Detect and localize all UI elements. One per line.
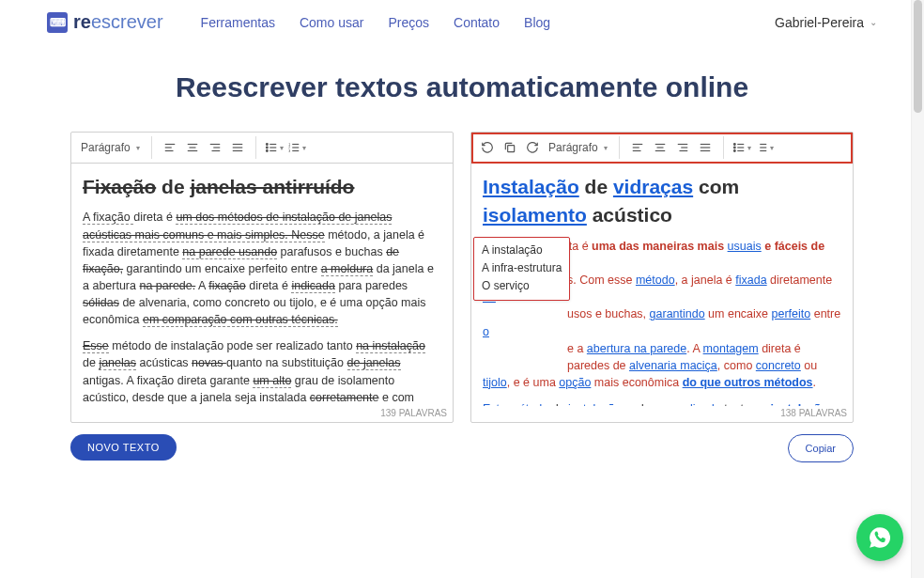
suggestion-item[interactable]: A instalação [482,242,562,259]
align-justify-icon[interactable] [227,137,248,158]
refresh-icon[interactable] [522,137,543,158]
left-para-2: Esse método de instalação pode ser reali… [83,337,441,406]
left-word-count: 139 PALAVRAS [71,406,453,422]
left-heading: Fixação de janelas antirruído [83,173,441,201]
align-center-icon[interactable] [650,137,670,158]
novo-texto-button[interactable]: NOVO TEXTO [70,434,177,461]
toolbar-separator [255,136,256,159]
logo[interactable]: ⌨ reescrever [47,11,163,33]
left-toolbar: Parágrafo▾ ▾ 123▾ [71,133,453,164]
chevron-down-icon: ▾ [280,144,284,152]
toolbar-separator [619,136,620,159]
align-left-icon[interactable] [160,137,180,158]
chevron-down-icon: ▾ [136,144,140,152]
whatsapp-icon [868,525,892,550]
svg-point-37 [733,144,735,146]
top-navigation: ⌨ reescrever Ferramentas Como usar Preço… [0,0,924,45]
user-menu[interactable]: Gabriel-Pereira ⌄ [775,15,877,30]
svg-point-41 [733,150,735,152]
right-word-count: 138 PALAVRAS [471,406,853,422]
page-scrollbar[interactable] [911,0,924,578]
toolbar-separator [723,136,724,159]
copiar-button[interactable]: Copiar [788,434,854,462]
align-right-icon[interactable] [672,137,693,158]
svg-point-16 [266,150,268,152]
rewritten-editor-column: Parágrafo▾ ▾ ▾ Instalação de vidraças co… [470,132,854,462]
nav-contato[interactable]: Contato [454,15,500,30]
logo-text-2: escrever [91,11,163,32]
chevron-down-icon: ▾ [770,144,774,152]
copy-icon[interactable] [500,137,520,158]
logo-text-1: re [73,11,91,32]
left-editor-content[interactable]: Fixação de janelas antirruído A fixação … [71,164,453,406]
right-editor-content[interactable]: Instalação de vidraças com isolamento ac… [471,164,853,406]
svg-text:3: 3 [288,149,290,153]
nav-como-usar[interactable]: Como usar [300,15,363,30]
style-select-label: Parágrafo [81,141,131,154]
chevron-down-icon: ▾ [604,144,608,152]
svg-rect-24 [508,146,515,152]
right-heading: Instalação de vidraças com isolamento ac… [483,173,841,230]
svg-point-39 [733,147,735,148]
chevron-down-icon: ⌄ [870,17,877,27]
original-editor-column: Parágrafo▾ ▾ 123▾ Fixação de janelas ant… [70,132,454,462]
nav-precos[interactable]: Preços [388,15,429,30]
style-select[interactable]: Parágrafo▾ [545,139,611,156]
align-justify-icon[interactable] [695,137,716,158]
align-center-icon[interactable] [182,137,203,158]
nav-links: Ferramentas Como usar Preços Contato Blo… [201,15,550,30]
suggestion-item[interactable]: A infra-estrutura [482,259,562,277]
style-select-label: Parágrafo [548,141,598,154]
svg-point-14 [266,147,268,148]
numbered-list-icon[interactable]: ▾ [754,137,775,158]
page-title: Reescrever textos automaticamente online [0,71,924,103]
left-para-1: A fixação direta é um dos métodos de ins… [83,209,441,328]
right-toolbar: Parágrafo▾ ▾ ▾ [471,133,853,164]
numbered-list-icon[interactable]: 123▾ [286,137,307,158]
align-left-icon[interactable] [627,137,648,158]
chevron-down-icon: ▾ [302,144,306,152]
svg-point-12 [266,144,268,146]
suggestion-popup[interactable]: A instalação A infra-estrutura O serviço [473,237,570,301]
bullet-list-icon[interactable]: ▾ [264,137,285,158]
logo-icon: ⌨ [47,12,68,33]
suggestion-item[interactable]: O serviço [482,277,562,295]
align-right-icon[interactable] [205,137,225,158]
right-para-2: Este método de instalação pode ser reali… [483,400,841,406]
chevron-down-icon: ▾ [747,144,751,152]
scrollbar-thumb[interactable] [914,0,922,113]
bullet-list-icon[interactable]: ▾ [732,137,752,158]
nav-ferramentas[interactable]: Ferramentas [201,15,275,30]
user-name: Gabriel-Pereira [775,15,864,30]
style-select[interactable]: Parágrafo▾ [77,139,144,156]
nav-blog[interactable]: Blog [524,15,550,30]
undo-icon[interactable] [477,137,498,158]
toolbar-separator [151,136,152,159]
whatsapp-button[interactable] [856,514,903,561]
